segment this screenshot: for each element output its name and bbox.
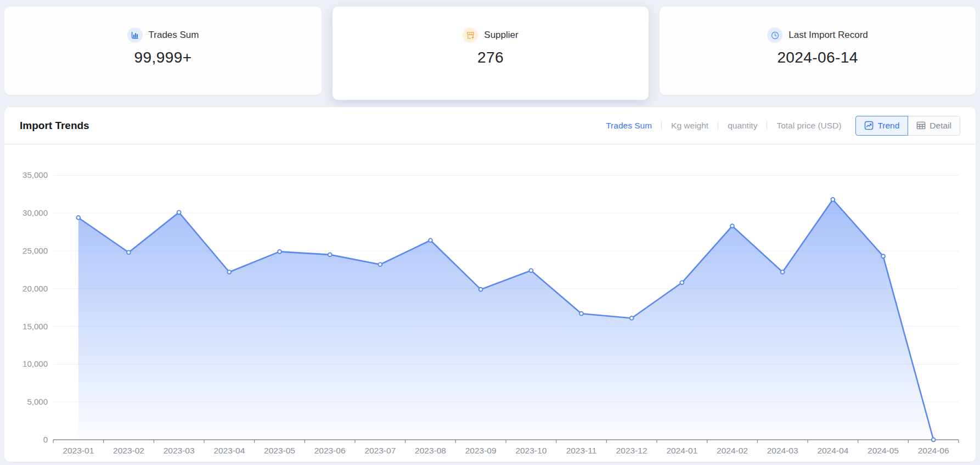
svg-text:2024-06: 2024-06 bbox=[918, 446, 949, 455]
tab-separator bbox=[767, 121, 767, 130]
svg-text:2023-10: 2023-10 bbox=[515, 446, 547, 455]
svg-text:2023-01: 2023-01 bbox=[63, 446, 94, 455]
trend-button-label: Trend bbox=[877, 121, 899, 131]
svg-text:35,000: 35,000 bbox=[22, 170, 48, 180]
tab-separator bbox=[661, 121, 662, 130]
trend-icon bbox=[864, 121, 874, 130]
trend-view-button[interactable]: Trend bbox=[855, 116, 908, 136]
stat-card-label: Last Import Record bbox=[788, 30, 868, 41]
svg-text:15,000: 15,000 bbox=[22, 322, 48, 331]
svg-text:10,000: 10,000 bbox=[22, 359, 48, 368]
panel-header: Import Trends Trades Sum Kg weight quant… bbox=[4, 107, 976, 144]
svg-text:2023-08: 2023-08 bbox=[415, 446, 446, 455]
table-icon bbox=[916, 121, 926, 130]
svg-text:2023-07: 2023-07 bbox=[364, 446, 396, 455]
clock-icon bbox=[767, 27, 782, 43]
svg-text:2023-04: 2023-04 bbox=[213, 446, 245, 455]
stat-card-last-import: Last Import Record 2024-06-14 bbox=[660, 7, 976, 95]
bar-chart-icon bbox=[127, 27, 143, 43]
stat-card-trades-sum: Trades Sum 99,999+ bbox=[4, 7, 322, 95]
svg-text:2024-01: 2024-01 bbox=[666, 446, 697, 455]
svg-text:20,000: 20,000 bbox=[22, 284, 48, 293]
svg-text:2023-06: 2023-06 bbox=[314, 446, 346, 455]
stat-card-value: 2024-06-14 bbox=[777, 49, 858, 66]
detail-button-label: Detail bbox=[930, 121, 951, 131]
svg-text:2023-02: 2023-02 bbox=[113, 446, 144, 455]
panel-title: Import Trends bbox=[20, 120, 89, 132]
svg-text:2023-11: 2023-11 bbox=[566, 446, 597, 455]
tab-kg-weight[interactable]: Kg weight bbox=[671, 121, 708, 131]
tab-trades-sum[interactable]: Trades Sum bbox=[606, 121, 652, 131]
svg-text:2024-02: 2024-02 bbox=[717, 446, 748, 455]
dashboard-page: Trades Sum 99,999+ Supplier 276 bbox=[0, 0, 980, 465]
import-trends-panel: Import Trends Trades Sum Kg weight quant… bbox=[4, 107, 976, 462]
stat-card-label: Supplier bbox=[484, 30, 518, 41]
area-chart-svg: 05,00010,00015,00020,00025,00030,00035,0… bbox=[4, 145, 976, 462]
import-trends-chart[interactable]: 05,00010,00015,00020,00025,00030,00035,0… bbox=[4, 145, 976, 462]
stat-card-supplier[interactable]: Supplier 276 bbox=[333, 7, 649, 100]
svg-text:2023-09: 2023-09 bbox=[465, 446, 497, 455]
view-toggle: Trend Detail bbox=[855, 116, 960, 136]
svg-text:0: 0 bbox=[43, 435, 48, 444]
detail-view-button[interactable]: Detail bbox=[908, 116, 960, 136]
svg-text:2024-04: 2024-04 bbox=[817, 446, 848, 455]
tab-separator bbox=[718, 121, 718, 130]
stat-card-value: 99,999+ bbox=[134, 49, 192, 66]
svg-text:30,000: 30,000 bbox=[22, 208, 48, 217]
svg-text:2023-12: 2023-12 bbox=[616, 446, 647, 455]
svg-text:5,000: 5,000 bbox=[27, 397, 48, 406]
tab-quantity[interactable]: quantity bbox=[728, 121, 757, 131]
storefront-icon bbox=[463, 27, 478, 43]
stat-card-value: 276 bbox=[477, 49, 504, 66]
metric-tabs: Trades Sum Kg weight quantity Total pric… bbox=[606, 121, 841, 131]
svg-text:2023-05: 2023-05 bbox=[264, 446, 295, 455]
stat-card-label: Trades Sum bbox=[149, 30, 199, 41]
tab-total-price[interactable]: Total price (USD) bbox=[776, 121, 841, 131]
svg-text:25,000: 25,000 bbox=[22, 246, 48, 255]
svg-text:2023-03: 2023-03 bbox=[164, 446, 195, 455]
svg-text:2024-03: 2024-03 bbox=[767, 446, 798, 455]
svg-text:2024-05: 2024-05 bbox=[868, 446, 899, 455]
